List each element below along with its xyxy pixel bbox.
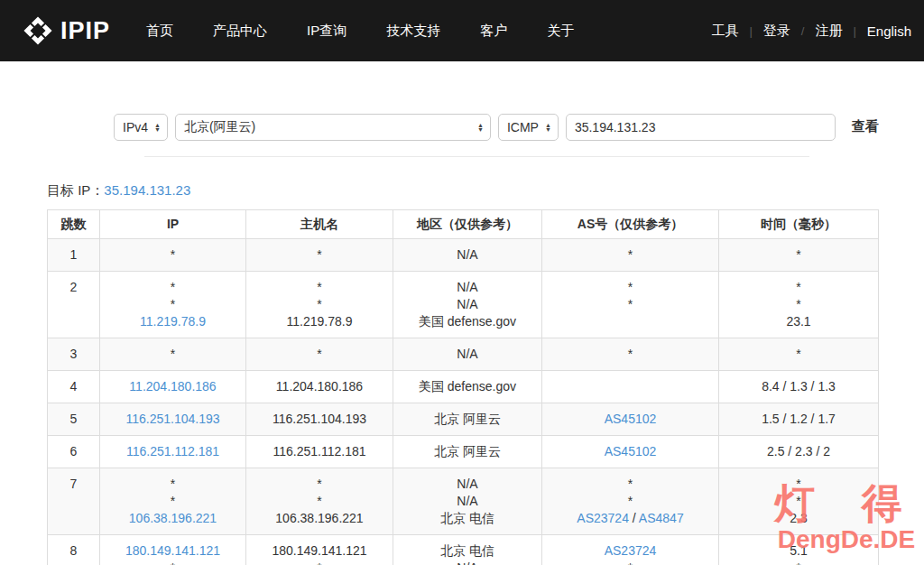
- region-cell: N/A: [393, 239, 542, 272]
- select-arrows-icon: ▲▼: [154, 123, 161, 132]
- hop-cell: 1: [48, 239, 100, 272]
- nav-separator: |: [749, 24, 752, 38]
- traceroute-form: IPv4 ▲▼ 北京(阿里云) ▲▼ ICMP ▲▼ 查看: [114, 113, 924, 141]
- time-text: 2.5 / 2.3 / 2: [767, 444, 830, 458]
- as-link[interactable]: AS23724: [605, 543, 657, 558]
- nav-separator: |: [853, 24, 855, 38]
- time-cell: *: [719, 239, 879, 272]
- traceroute-table: 跳数IP主机名地区（仅供参考）AS号（仅供参考）时间（毫秒） 1**N/A**2…: [47, 209, 879, 565]
- host-text: *: [317, 280, 321, 294]
- region-text: N/A: [457, 280, 477, 294]
- target-ip-line: 目标 IP：35.194.131.23: [47, 182, 924, 199]
- table-row: 5116.251.104.193116.251.104.193北京 阿里云AS4…: [48, 403, 879, 436]
- time-cell: 1.5 / 1.2 / 1.7: [719, 403, 879, 436]
- hop-cell: 7: [48, 468, 100, 535]
- ip-version-select[interactable]: IPv4 ▲▼: [114, 114, 168, 141]
- host-text: 116.251.112.181: [273, 444, 365, 458]
- ip-cell: 11.204.180.186: [100, 371, 246, 403]
- hop-cell: 4: [48, 371, 100, 403]
- nav-item-login[interactable]: 登录: [763, 23, 790, 40]
- ip-link[interactable]: 11.219.78.9: [140, 314, 206, 329]
- table-row: 411.204.180.18611.204.180.186美国 defense.…: [48, 371, 879, 403]
- column-header-1: IP: [100, 210, 246, 239]
- time-cell: 2.5 / 2.3 / 2: [719, 436, 879, 468]
- host-text: *: [317, 347, 321, 361]
- node-value: 北京(阿里云): [184, 119, 471, 135]
- table-row: 3**N/A**: [48, 338, 879, 371]
- column-header-0: 跳数: [48, 210, 100, 239]
- ip-text: *: [171, 560, 175, 565]
- time-text: 5.1: [790, 543, 807, 558]
- protocol-select[interactable]: ICMP ▲▼: [498, 114, 559, 141]
- traceroute-table-wrap: 跳数IP主机名地区（仅供参考）AS号（仅供参考）时间（毫秒） 1**N/A**2…: [47, 209, 878, 565]
- region-text: N/A: [457, 347, 477, 361]
- host-text: *: [317, 494, 321, 508]
- asn-cell: *: [542, 338, 719, 371]
- ipip-logo-icon: [22, 14, 54, 47]
- table-header-row: 跳数IP主机名地区（仅供参考）AS号（仅供参考）时间（毫秒）: [48, 210, 879, 239]
- column-header-5: 时间（毫秒）: [719, 210, 879, 239]
- region-cell: N/A: [393, 338, 542, 371]
- host-text: *: [317, 247, 321, 262]
- time-text: *: [796, 477, 800, 491]
- asn-text: *: [628, 494, 633, 508]
- ip-link[interactable]: 11.204.180.186: [129, 379, 216, 394]
- region-text: 北京 阿里云: [434, 412, 501, 426]
- host-text: 11.204.180.186: [276, 379, 363, 394]
- ip-link[interactable]: 180.149.141.121: [125, 543, 220, 558]
- asn-text: *: [628, 247, 633, 262]
- nav-item-support[interactable]: 技术支持: [386, 23, 440, 40]
- nav-item-tools[interactable]: 工具: [711, 23, 738, 40]
- query-button[interactable]: 查看: [852, 118, 879, 135]
- form-divider: [144, 156, 809, 157]
- time-text: 2.3: [790, 511, 807, 525]
- region-cell: 美国 defense.gov: [393, 371, 542, 403]
- asn-text: *: [628, 347, 633, 361]
- nav-item-products[interactable]: 产品中心: [213, 23, 267, 40]
- host-text: 106.38.196.221: [275, 511, 363, 525]
- time-text: 23.1: [786, 314, 810, 329]
- time-cell: 5.1*: [719, 535, 879, 565]
- ipip-logo[interactable]: IPIP: [22, 14, 110, 47]
- column-header-3: 地区（仅供参考）: [393, 210, 542, 239]
- asn-cell: AS45102: [542, 403, 719, 436]
- ip-cell: **106.38.196.221: [100, 468, 246, 535]
- region-text: N/A: [457, 560, 477, 565]
- hop-cell: 5: [48, 403, 100, 436]
- time-text: 1.5 / 1.2 / 1.7: [762, 412, 836, 426]
- ip-cell: *: [100, 338, 246, 371]
- as-link[interactable]: AS45102: [605, 412, 657, 426]
- hop-cell: 2: [48, 272, 100, 338]
- as-link[interactable]: AS4847: [639, 511, 684, 525]
- time-text: *: [796, 560, 800, 565]
- nav-item-ip-lookup[interactable]: IP查询: [307, 23, 346, 40]
- asn-text: *: [628, 477, 633, 491]
- ip-link[interactable]: 106.38.196.221: [129, 511, 217, 525]
- host-cell: 180.149.141.121*: [246, 535, 393, 565]
- ip-text: *: [171, 494, 175, 508]
- time-text: *: [796, 247, 800, 262]
- nav-item-home[interactable]: 首页: [146, 23, 173, 40]
- as-link[interactable]: AS45102: [605, 444, 657, 458]
- ip-link[interactable]: 116.251.104.193: [125, 412, 219, 426]
- region-text: N/A: [457, 477, 477, 491]
- nav-item-about[interactable]: 关于: [547, 23, 574, 40]
- node-select[interactable]: 北京(阿里云) ▲▼: [175, 114, 491, 141]
- trace-table-body: 1**N/A**2**11.219.78.9**11.219.78.9N/AN/…: [48, 239, 879, 565]
- asn-text: *: [628, 560, 633, 565]
- asn-cell: [542, 371, 719, 403]
- as-link[interactable]: AS23724: [577, 511, 629, 525]
- host-text: 116.251.104.193: [273, 412, 366, 426]
- time-text: *: [796, 280, 800, 294]
- nav-item-language[interactable]: English: [867, 23, 911, 39]
- nav-item-customers[interactable]: 客户: [480, 23, 507, 40]
- hop-cell: 8: [48, 535, 100, 565]
- target-ip-link[interactable]: 35.194.131.23: [104, 182, 190, 198]
- region-text: N/A: [457, 494, 477, 508]
- nav-item-register[interactable]: 注册: [815, 23, 842, 40]
- ip-link[interactable]: 116.251.112.181: [126, 444, 219, 458]
- asn-text: *: [628, 280, 633, 294]
- region-text: 北京 电信: [440, 543, 494, 558]
- time-cell: *: [719, 338, 879, 371]
- target-ip-input[interactable]: [566, 114, 836, 141]
